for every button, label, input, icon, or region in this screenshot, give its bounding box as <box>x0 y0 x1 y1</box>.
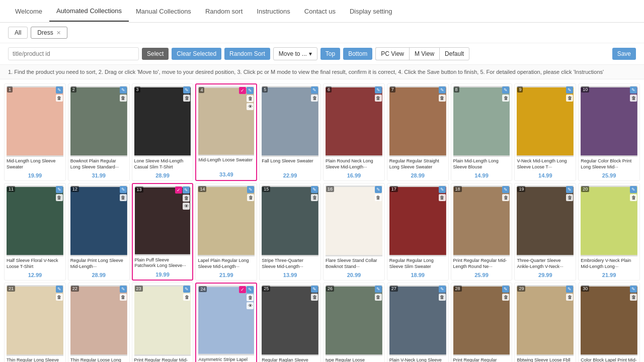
tab-dress[interactable]: Dress ✕ <box>31 27 67 39</box>
trash-icon-1[interactable]: 🗑 <box>56 95 63 102</box>
edit-icon-10[interactable]: ✎ <box>630 86 637 94</box>
trash-icon-27[interactable]: 🗑 <box>439 294 446 301</box>
edit-icon-3[interactable]: ✎ <box>183 86 190 94</box>
product-card-11[interactable]: 11 ✎ 🗑 Half Sleeve Floral V-Neck Loose T… <box>4 183 66 281</box>
trash-icon-15[interactable]: 🗑 <box>311 194 318 201</box>
random-sort-button[interactable]: Random Sort <box>224 48 270 60</box>
product-card-6[interactable]: 6 ✎ 🗑 Plain Round Neck Long Sleeve Mid-L… <box>323 83 385 181</box>
product-card-23[interactable]: 23 ✎ 🗑 Print Regular Regular Mid-Length … <box>132 283 194 362</box>
product-card-4[interactable]: 4 ✓ ✎ 🗑 👁 Mid-Length Loose Sweater 33.49 <box>195 83 257 181</box>
trash-icon-19[interactable]: 🗑 <box>566 194 573 201</box>
edit-icon-6[interactable]: ✎ <box>375 86 382 94</box>
product-card-12[interactable]: 12 ✎ 🗑 Regular Print Long Sleeve Mid-Len… <box>68 183 130 281</box>
trash-icon-30[interactable]: 🗑 <box>630 294 637 301</box>
nav-contact[interactable]: Contact us <box>297 2 343 21</box>
trash-icon-13[interactable]: 🗑 <box>183 195 190 202</box>
trash-icon-16[interactable]: 🗑 <box>375 194 382 201</box>
trash-icon-18[interactable]: 🗑 <box>502 194 509 201</box>
edit-icon-8[interactable]: ✎ <box>502 86 509 94</box>
edit-icon-17[interactable]: ✎ <box>439 186 446 193</box>
edit-icon-25[interactable]: ✎ <box>311 286 318 293</box>
top-button[interactable]: Top <box>320 48 340 60</box>
trash-icon-11[interactable]: 🗑 <box>56 194 63 201</box>
edit-icon-12[interactable]: ✎ <box>120 186 127 193</box>
product-card-2[interactable]: 2 ✎ 🗑 Bowknot Plain Regular Long Sleeve … <box>68 83 130 181</box>
edit-icon-19[interactable]: ✎ <box>566 186 573 193</box>
nav-instructions[interactable]: Instructions <box>250 2 297 21</box>
edit-icon-29[interactable]: ✎ <box>566 286 573 293</box>
trash-icon-26[interactable]: 🗑 <box>375 294 382 301</box>
edit-icon-13[interactable]: ✎ <box>183 187 190 194</box>
product-card-24[interactable]: 24 ✓ ✎ 🗑 👁 Asymmetric Stripe Lapel Long … <box>195 283 257 362</box>
edit-icon-27[interactable]: ✎ <box>439 286 446 293</box>
clear-selected-button[interactable]: Clear Selected <box>172 48 221 60</box>
tab-dress-close[interactable]: ✕ <box>56 30 61 36</box>
select-button[interactable]: Select <box>142 48 169 60</box>
edit-icon-28[interactable]: ✎ <box>502 286 509 293</box>
pc-view-button[interactable]: PC View <box>375 47 409 60</box>
edit-icon-20[interactable]: ✎ <box>630 186 637 193</box>
product-card-10[interactable]: 10 ✎ 🗑 Regular Color Block Print Long Sl… <box>578 83 640 181</box>
product-card-17[interactable]: 17 ✎ 🗑 Regular Regular Long Sleeve Slim … <box>387 183 449 281</box>
product-card-20[interactable]: 20 ✎ 🗑 Embroidery V-Neck Plain Mid-Lengt… <box>578 183 640 281</box>
product-card-22[interactable]: 22 ✎ 🗑 Thin Regular Loose Long Sleeve Sw… <box>68 283 130 362</box>
product-card-9[interactable]: 9 ✎ 🗑 V-Neck Mid-Length Long Sleeve Loos… <box>514 83 576 181</box>
product-card-28[interactable]: 28 ✎ 🗑 Print Regular Regular Loose Mid-L… <box>451 283 513 362</box>
nav-manual-collections[interactable]: Manual Collections <box>129 2 198 21</box>
trash-icon-6[interactable]: 🗑 <box>375 95 382 102</box>
trash-icon-28[interactable]: 🗑 <box>502 294 509 301</box>
product-card-16[interactable]: 16 ✎ 🗑 Flare Sleeve Stand Collar Bowknot… <box>323 183 385 281</box>
edit-icon-7[interactable]: ✎ <box>439 86 446 94</box>
edit-icon-26[interactable]: ✎ <box>375 286 382 293</box>
edit-icon-11[interactable]: ✎ <box>56 186 63 193</box>
product-card-13[interactable]: 13 ✓ ✎ 🗑 👁 Plain Puff Sleeve Patchwork L… <box>132 183 194 281</box>
product-card-3[interactable]: 3 ✎ 🗑 Lone Sleeve Mid-Length Casual Slim… <box>132 83 194 181</box>
eye-icon-24[interactable]: 👁 <box>247 302 254 309</box>
product-card-30[interactable]: 30 ✎ 🗑 Color Block Lapel Print Mid-Lengt… <box>578 283 640 362</box>
trash-icon-5[interactable]: 🗑 <box>311 95 318 102</box>
edit-icon-23[interactable]: ✎ <box>183 286 190 293</box>
edit-icon-5[interactable]: ✎ <box>311 86 318 94</box>
nav-display-setting[interactable]: Display setting <box>343 2 399 21</box>
product-card-7[interactable]: 7 ✎ 🗑 Regular Regular Straight Long Slee… <box>387 83 449 181</box>
product-card-18[interactable]: 18 ✎ 🗑 Print Regular Regular Mid-Length … <box>451 183 513 281</box>
default-view-button[interactable]: Default <box>439 47 469 60</box>
nav-random-sort[interactable]: Random sort <box>198 2 250 21</box>
trash-icon-22[interactable]: 🗑 <box>120 294 127 301</box>
edit-icon-1[interactable]: ✎ <box>56 86 63 94</box>
edit-icon-18[interactable]: ✎ <box>502 186 509 193</box>
product-card-15[interactable]: 15 ✎ 🗑 Stripe Three-Quarter Sleeve Mid-L… <box>259 183 321 281</box>
m-view-button[interactable]: M View <box>409 47 439 60</box>
product-card-21[interactable]: 21 ✎ 🗑 Thin Regular Long Sleeve Loose Sw… <box>4 283 66 362</box>
product-card-19[interactable]: 19 ✎ 🗑 Three-Quarter Sleeve Ankle-Length… <box>514 183 576 281</box>
trash-icon-4[interactable]: 🗑 <box>247 95 254 102</box>
edit-icon-30[interactable]: ✎ <box>630 286 637 293</box>
nav-welcome[interactable]: Welcome <box>8 2 49 21</box>
product-card-25[interactable]: 25 ✎ 🗑 Regular Raglan Sleeve Patchwork R… <box>259 283 321 362</box>
trash-icon-7[interactable]: 🗑 <box>439 95 446 102</box>
trash-icon-3[interactable]: 🗑 <box>183 95 190 102</box>
save-button[interactable]: Save <box>612 48 636 60</box>
trash-icon-10[interactable]: 🗑 <box>630 95 637 102</box>
product-card-1[interactable]: 1 ✎ 🗑 Mid-Length Long Sleeve Sweater 19.… <box>4 83 66 181</box>
edit-icon-21[interactable]: ✎ <box>56 286 63 293</box>
edit-icon-24[interactable]: ✎ <box>247 286 254 293</box>
trash-icon-8[interactable]: 🗑 <box>502 95 509 102</box>
product-card-27[interactable]: 27 ✎ 🗑 Plain V-Neck Long Sleeve Mid-Leng… <box>387 283 449 362</box>
trash-icon-23[interactable]: 🗑 <box>183 294 190 301</box>
edit-icon-4[interactable]: ✎ <box>247 87 254 94</box>
trash-icon-14[interactable]: 🗑 <box>247 194 254 201</box>
edit-icon-14[interactable]: ✎ <box>247 186 254 193</box>
eye-icon-13[interactable]: 👁 <box>183 203 190 210</box>
trash-icon-12[interactable]: 🗑 <box>120 194 127 201</box>
eye-icon-4[interactable]: 👁 <box>247 103 254 110</box>
edit-icon-9[interactable]: ✎ <box>566 86 573 94</box>
product-card-26[interactable]: 26 ✎ 🗑 type Regular Loose Standard Regul… <box>323 283 385 362</box>
edit-icon-15[interactable]: ✎ <box>311 186 318 193</box>
edit-icon-22[interactable]: ✎ <box>120 286 127 293</box>
product-card-29[interactable]: 29 ✎ 🗑 Bbtwing Sleeve Loose Fbll Sweater… <box>514 283 576 362</box>
edit-icon-16[interactable]: ✎ <box>375 186 382 193</box>
trash-icon-24[interactable]: 🗑 <box>247 294 254 301</box>
trash-icon-17[interactable]: 🗑 <box>439 194 446 201</box>
search-input[interactable] <box>8 47 139 60</box>
